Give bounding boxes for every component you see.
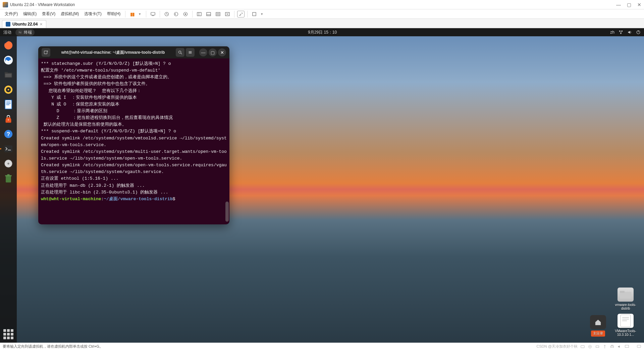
menu-view[interactable]: 查看(V) [40, 10, 57, 17]
desktop-home-label: 主目录 [591, 331, 605, 337]
svg-rect-32 [6, 104, 9, 105]
fullscreen-button[interactable] [214, 10, 222, 18]
status-cd-icon[interactable] [588, 344, 592, 349]
menu-help[interactable]: 帮助(H) [105, 10, 123, 17]
dock-disc[interactable] [2, 157, 15, 170]
terminal-close-button[interactable]: ✕ [218, 48, 226, 56]
vmware-menubar: 文件(F) 编辑(E) 查看(V) 虚拟机(M) 选项卡(T) 帮助(H) ▮▮… [0, 9, 644, 19]
svg-rect-57 [596, 346, 599, 347]
desktop-file-vmwaretools[interactable]: VMwareTools-10.3.10-1... [614, 314, 637, 337]
send-ctrlaltdel-button[interactable] [149, 10, 157, 18]
desktop-icons: 主目录 vmware-tools-distrib VMwareTools-10.… [587, 288, 637, 337]
status-sound-icon[interactable] [617, 344, 622, 349]
svg-point-43 [179, 51, 181, 53]
view-single-button[interactable] [195, 10, 203, 18]
dock-help[interactable]: ? [2, 128, 15, 140]
svg-point-3 [174, 12, 178, 16]
terminal-minimize-button[interactable]: — [199, 48, 207, 56]
desktop-home-folder[interactable]: 主目录 [587, 315, 609, 337]
desktop-file-label: VMwareTools-10.3.10-1... [614, 329, 637, 337]
maximize-button[interactable]: ▢ [627, 2, 631, 7]
terminal-search-button[interactable] [176, 48, 184, 57]
view-console-button[interactable] [205, 10, 213, 18]
vm-display[interactable]: 活动 终端 9月29日 15：10 zh ? [0, 28, 644, 343]
svg-rect-30 [6, 102, 10, 102]
terminal-menu-button[interactable] [186, 48, 195, 57]
vmware-tabbar: Ubuntu 22.04 ✕ [0, 19, 644, 28]
svg-rect-42 [44, 51, 47, 54]
menu-tabs[interactable]: 选项卡(T) [82, 10, 103, 17]
dock-thunderbird[interactable] [2, 54, 15, 67]
svg-rect-11 [217, 13, 219, 15]
status-message-icon[interactable] [637, 344, 641, 349]
status-printer-icon[interactable] [610, 344, 614, 349]
terminal-titlebar[interactable]: wht@wht-virtual-machine: ~/桌面/vmware-too… [38, 46, 229, 58]
dock-files[interactable] [2, 69, 15, 81]
terminal-title: wht@wht-virtual-machine: ~/桌面/vmware-too… [51, 50, 175, 55]
svg-rect-35 [4, 145, 12, 152]
ubuntu-dock: ? [0, 36, 17, 343]
desktop-folder-vmware-tools[interactable]: vmware-tools-distrib [614, 288, 637, 310]
dock-terminal[interactable] [2, 142, 15, 155]
svg-rect-52 [622, 319, 629, 319]
dock-writer[interactable] [2, 98, 15, 111]
devices-dropdown[interactable]: ▼ [260, 12, 265, 16]
svg-rect-61 [637, 345, 641, 347]
terminal-new-tab-button[interactable] [42, 48, 50, 57]
snapshot-button[interactable] [163, 10, 171, 18]
cycle-button[interactable] [237, 11, 245, 17]
dock-firefox[interactable] [2, 39, 15, 52]
svg-rect-23 [5, 72, 8, 74]
terminal-content[interactable]: *** statechange.subr (Y/I/N/O/D/Z) [默认选项… [38, 58, 229, 224]
watermark: CSDN @天冷加衣好个秋 [537, 344, 578, 349]
status-disk-icon[interactable] [580, 344, 585, 349]
status-usb-icon[interactable] [602, 344, 607, 349]
dock-apps-grid[interactable] [3, 329, 13, 339]
menu-vm[interactable]: 虚拟机(M) [59, 10, 81, 17]
file-icon [618, 314, 634, 328]
volume-icon[interactable] [627, 30, 632, 35]
svg-rect-14 [18, 31, 22, 34]
close-button[interactable]: ✕ [637, 2, 641, 7]
topbar-app-name: 终端 [24, 30, 32, 35]
svg-rect-58 [611, 346, 614, 347]
power-icon[interactable] [636, 30, 641, 35]
ubuntu-desktop[interactable]: ? wht@wht-virtual-machine: ~/桌面/vmware-t… [0, 36, 644, 343]
topbar-lang[interactable]: zh [610, 30, 614, 35]
vmware-titlebar: Ubuntu 22.04 - VMware Workstation — ▢ ✕ [0, 0, 644, 9]
devices-button[interactable] [250, 10, 258, 18]
minimize-button[interactable]: — [616, 2, 621, 7]
dock-trash[interactable] [2, 172, 15, 185]
terminal-icon [18, 30, 22, 34]
svg-line-44 [181, 53, 182, 54]
activities-button[interactable]: 活动 [3, 30, 11, 35]
svg-rect-60 [625, 345, 629, 347]
menu-edit[interactable]: 编辑(E) [21, 10, 39, 17]
menu-file[interactable]: 文件(F) [3, 10, 20, 17]
topbar-datetime[interactable]: 9月29日 15：10 [35, 30, 610, 35]
status-net-icon[interactable] [595, 344, 600, 349]
snapshot-revert-button[interactable] [172, 10, 180, 18]
svg-rect-10 [216, 12, 220, 16]
network-icon[interactable] [619, 30, 623, 35]
unity-button[interactable] [223, 10, 231, 18]
svg-rect-41 [7, 174, 10, 176]
power-dropdown[interactable]: ▼ [138, 12, 143, 16]
terminal-scrollbar[interactable] [225, 61, 229, 222]
status-text: 要将输入定向到该虚拟机，请在虚拟机内部单击或按 Ctrl+G。 [3, 344, 103, 349]
svg-rect-54 [581, 345, 585, 348]
topbar-app-indicator[interactable]: 终端 [15, 29, 35, 36]
svg-point-38 [7, 163, 9, 165]
terminal-maximize-button[interactable]: ▢ [209, 48, 217, 56]
dock-software[interactable] [2, 113, 15, 126]
svg-rect-51 [622, 317, 629, 318]
vm-tab-ubuntu[interactable]: Ubuntu 22.04 ✕ [2, 20, 46, 28]
vm-tab-close[interactable]: ✕ [40, 22, 43, 27]
vm-tab-label: Ubuntu 22.04 [12, 22, 38, 27]
snapshot-manager-button[interactable] [181, 10, 190, 18]
svg-point-5 [185, 13, 186, 15]
terminal-window[interactable]: wht@wht-virtual-machine: ~/桌面/vmware-too… [38, 46, 229, 224]
status-display-icon[interactable] [625, 344, 629, 349]
pause-vm-button[interactable]: ▮▮ [128, 10, 136, 18]
dock-rhythmbox[interactable] [2, 83, 15, 96]
